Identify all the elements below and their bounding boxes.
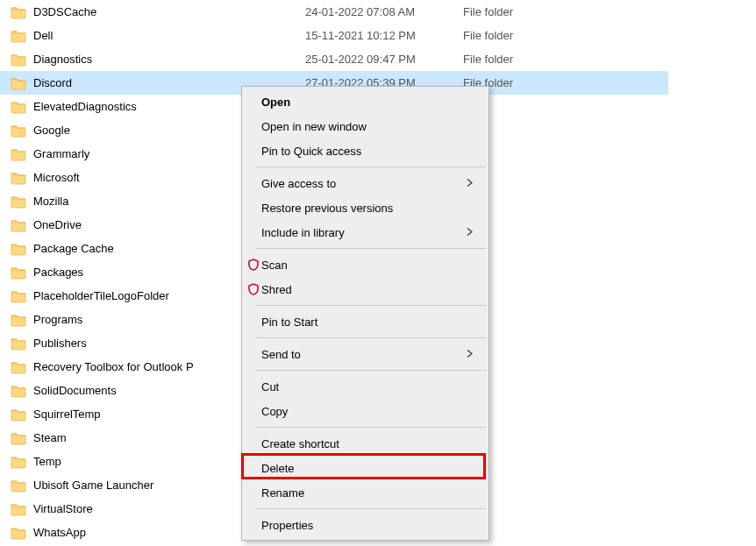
file-row[interactable]: D3DSCache24-01-2022 07:08 AMFile folder (0, 0, 668, 24)
folder-icon (11, 195, 26, 209)
chevron-right-icon (466, 348, 474, 361)
menu-label: Rename (261, 486, 304, 500)
file-type: File folder (463, 5, 513, 18)
menu-properties[interactable]: Properties (244, 513, 487, 537)
menu-scan[interactable]: Scan (244, 252, 487, 277)
menu-copy[interactable]: Copy (244, 399, 487, 423)
folder-icon (11, 100, 26, 114)
folder-icon (11, 384, 26, 398)
menu-separator (256, 167, 486, 167)
menu-label: Create shortcut (261, 437, 339, 450)
menu-separator (256, 427, 486, 428)
folder-icon (11, 289, 26, 303)
menu-label: Pin to Start (261, 316, 317, 329)
menu-separator (256, 508, 486, 509)
menu-pin-quick-access[interactable]: Pin to Quick access (244, 138, 487, 163)
menu-restore-previous[interactable]: Restore previous versions (244, 195, 487, 220)
menu-label: Give access to (261, 177, 336, 190)
menu-label: Cut (261, 380, 279, 394)
folder-icon (11, 53, 26, 67)
folder-icon (11, 29, 26, 43)
file-date: 24-01-2022 07:08 AM (305, 5, 463, 18)
menu-label: Open in new window (261, 120, 367, 133)
menu-label: Scan (261, 259, 288, 272)
menu-open-new-window[interactable]: Open in new window (244, 114, 487, 138)
menu-separator (256, 370, 486, 371)
menu-label: Pin to Quick access (261, 145, 361, 158)
folder-icon (11, 242, 26, 256)
menu-label: Delete (261, 462, 295, 475)
menu-pin-to-start[interactable]: Pin to Start (244, 309, 487, 334)
shield-scan-icon (247, 259, 260, 271)
menu-label: Include in library (261, 226, 345, 239)
file-date: 15-11-2021 10:12 PM (305, 29, 463, 42)
file-name: D3DSCache (33, 5, 305, 18)
menu-rename[interactable]: Rename (244, 480, 487, 505)
file-name: Dell (33, 29, 305, 42)
menu-separator (256, 337, 486, 338)
file-date: 25-01-2022 09:47 PM (305, 53, 463, 66)
chevron-right-icon (466, 226, 474, 239)
folder-icon (11, 218, 26, 232)
file-type: File folder (463, 29, 513, 42)
folder-icon (11, 431, 26, 445)
file-name: Diagnostics (33, 53, 305, 66)
folder-icon (11, 479, 26, 493)
chevron-right-icon (466, 177, 474, 190)
menu-cut[interactable]: Cut (244, 374, 487, 399)
folder-icon (11, 313, 26, 327)
folder-icon (11, 5, 26, 19)
menu-include-in-library[interactable]: Include in library (244, 220, 487, 245)
folder-icon (11, 408, 26, 422)
menu-label: Open (261, 96, 290, 109)
menu-label: Send to (261, 348, 301, 361)
file-row[interactable]: Dell15-11-2021 10:12 PMFile folder (0, 24, 668, 47)
menu-open[interactable]: Open (244, 89, 487, 114)
shield-shred-icon (247, 283, 260, 295)
folder-icon (11, 455, 26, 469)
menu-separator (256, 248, 486, 249)
menu-separator (256, 305, 486, 306)
folder-icon (11, 171, 26, 185)
context-menu: Open Open in new window Pin to Quick acc… (241, 86, 489, 541)
folder-icon (11, 76, 26, 90)
file-type: File folder (463, 53, 513, 66)
folder-icon (11, 526, 26, 540)
menu-create-shortcut[interactable]: Create shortcut (244, 431, 487, 456)
menu-label: Shred (261, 283, 292, 296)
folder-icon (11, 502, 26, 516)
menu-delete[interactable]: Delete (244, 456, 487, 480)
folder-icon (11, 337, 26, 351)
menu-shred[interactable]: Shred (244, 277, 487, 301)
folder-icon (11, 266, 26, 280)
file-row[interactable]: Diagnostics25-01-2022 09:47 PMFile folde… (0, 47, 668, 71)
menu-give-access-to[interactable]: Give access to (244, 171, 487, 195)
folder-icon (11, 124, 26, 138)
menu-label: Restore previous versions (261, 202, 393, 215)
menu-label: Properties (261, 519, 313, 532)
menu-send-to[interactable]: Send to (244, 342, 487, 366)
menu-label: Copy (261, 405, 288, 418)
folder-icon (11, 360, 26, 374)
folder-icon (11, 147, 26, 161)
